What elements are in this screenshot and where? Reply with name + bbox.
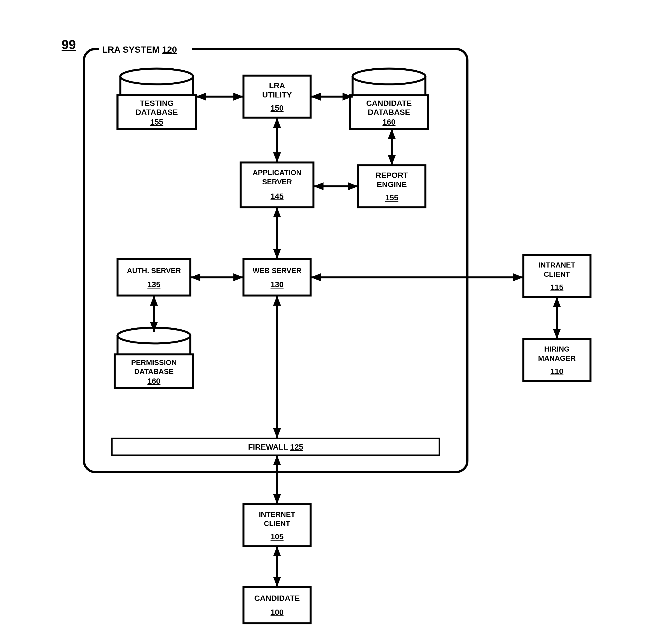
svg-marker-73: [273, 428, 281, 438]
svg-text:APPLICATION: APPLICATION: [253, 168, 301, 177]
svg-text:UTILITY: UTILITY: [262, 91, 292, 99]
svg-text:DATABASE: DATABASE: [136, 108, 178, 117]
svg-text:HIRING: HIRING: [544, 345, 570, 353]
svg-marker-69: [150, 296, 158, 306]
svg-text:WEB SERVER: WEB SERVER: [253, 267, 302, 275]
svg-marker-57: [313, 182, 323, 190]
svg-marker-51: [273, 118, 281, 128]
svg-marker-48: [311, 93, 321, 100]
svg-text:155: 155: [150, 118, 164, 127]
svg-text:115: 115: [551, 283, 564, 292]
svg-text:INTRANET: INTRANET: [538, 261, 575, 269]
svg-text:105: 105: [271, 532, 284, 541]
svg-text:135: 135: [147, 280, 161, 289]
svg-marker-78: [273, 455, 281, 465]
svg-text:145: 145: [271, 192, 284, 201]
svg-marker-81: [273, 546, 281, 556]
svg-marker-75: [553, 297, 561, 307]
svg-text:100: 100: [271, 608, 284, 617]
svg-marker-72: [273, 296, 281, 306]
svg-text:CLIENT: CLIENT: [264, 519, 290, 528]
node-candidate: [243, 587, 311, 623]
svg-text:PERMISSION: PERMISSION: [131, 358, 176, 367]
svg-marker-55: [388, 155, 396, 165]
svg-text:CLIENT: CLIENT: [544, 270, 570, 278]
svg-text:130: 130: [271, 280, 284, 289]
svg-marker-66: [311, 273, 321, 281]
svg-text:AUTH. SERVER: AUTH. SERVER: [127, 267, 181, 275]
svg-text:REPORT: REPORT: [376, 171, 408, 180]
svg-marker-58: [348, 182, 358, 190]
node-auth-server: [118, 259, 190, 296]
svg-text:160: 160: [147, 377, 161, 386]
svg-text:TESTING: TESTING: [140, 99, 173, 108]
svg-marker-79: [273, 494, 281, 504]
svg-marker-64: [234, 273, 243, 281]
svg-text:110: 110: [551, 367, 564, 376]
svg-marker-76: [553, 329, 561, 339]
system-diagram: 99 LRA SYSTEM 120 TESTING DATABASE 155 T…: [0, 0, 654, 644]
svg-text:155: 155: [385, 193, 398, 202]
svg-text:CANDIDATE: CANDIDATE: [366, 99, 412, 108]
svg-text:ENGINE: ENGINE: [377, 180, 407, 189]
svg-text:CANDIDATE: CANDIDATE: [255, 594, 300, 602]
system-frame-label: LRA SYSTEM 120: [102, 45, 177, 54]
svg-text:INTERNET: INTERNET: [259, 510, 295, 519]
svg-marker-61: [273, 249, 281, 259]
svg-marker-46: [234, 93, 243, 100]
svg-marker-54: [388, 129, 396, 139]
svg-text:150: 150: [271, 104, 284, 112]
svg-text:FIREWALL 125: FIREWALL 125: [248, 443, 303, 451]
svg-marker-67: [513, 273, 523, 281]
node-web-server: [243, 259, 311, 296]
svg-text:DATABASE: DATABASE: [368, 108, 410, 117]
svg-marker-82: [273, 577, 281, 587]
svg-text:MANAGER: MANAGER: [538, 354, 576, 363]
svg-text:SERVER: SERVER: [262, 178, 292, 186]
svg-marker-63: [190, 273, 200, 281]
svg-marker-52: [273, 153, 281, 162]
svg-text:160: 160: [383, 118, 396, 127]
svg-marker-60: [273, 207, 281, 217]
svg-text:LRA: LRA: [269, 81, 285, 90]
svg-text:DATABASE: DATABASE: [134, 367, 174, 376]
figure-ref: 99: [62, 37, 76, 52]
svg-marker-45: [196, 93, 206, 100]
